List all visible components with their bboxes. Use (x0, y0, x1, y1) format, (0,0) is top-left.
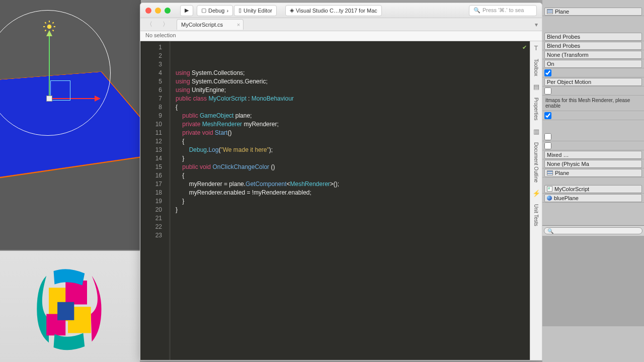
dynamic-occluded-checkbox[interactable] (544, 112, 551, 119)
tests-label[interactable]: Unit Tests (533, 204, 539, 226)
config-selector[interactable]: ▢ Debug › (197, 5, 233, 16)
script-icon (547, 186, 552, 192)
channel-logo (20, 261, 116, 352)
file-tab[interactable]: MyColorScript.cs × (177, 19, 244, 30)
visual-studio-window: ▶ ▢ Debug › ▯ Unity Editor ◈ Visual Stud… (140, 3, 542, 360)
tab-bar: 〈 〉 MyColorScript.cs × ▾ (140, 18, 542, 31)
physic-material-field[interactable]: None (Physic Ma (544, 160, 642, 168)
nav-forward-button[interactable]: 〉 (160, 20, 171, 29)
tab-label: MyColorScript.cs (181, 22, 223, 28)
svg-line-6 (53, 30, 54, 31)
play-icon: ▶ (185, 7, 189, 14)
outline-icon[interactable]: ▥ (533, 128, 539, 135)
script-field[interactable]: MyColorScript (544, 185, 642, 193)
svg-line-5 (45, 22, 46, 23)
material-field[interactable]: bluePlane (544, 194, 642, 202)
lightmap-static-checkbox[interactable] (544, 87, 551, 95)
gizmo-plane-handle[interactable] (50, 80, 70, 101)
anchor-override-field[interactable]: None (Transform (544, 51, 642, 59)
tab-overflow-icon[interactable]: ▾ (535, 21, 538, 28)
inspector-search[interactable] (542, 226, 644, 236)
mesh-icon (547, 170, 553, 175)
global-search[interactable]: 🔍Press '⌘.' to sea (469, 5, 537, 16)
line-number-gutter: 1234567891011121314151617181920212223 (140, 41, 171, 360)
run-button[interactable]: ▶ (180, 5, 193, 16)
unity-inspector: Plane Blend Probes Blend Probes None (Tr… (542, 0, 644, 362)
mesh-field[interactable]: Plane (544, 8, 642, 16)
close-window-button[interactable] (145, 8, 151, 14)
mixed-field[interactable]: Mixed … (544, 151, 642, 159)
light-probes-field[interactable]: Blend Probes (544, 33, 642, 41)
toolbox-label[interactable]: Toolbox (533, 59, 539, 76)
gizmo-y-axis[interactable] (49, 35, 50, 101)
breadcrumb[interactable]: No selection (140, 31, 542, 41)
unity-scene-view (0, 0, 141, 251)
minimize-window-button[interactable] (155, 8, 161, 14)
search-icon: 🔍 (473, 7, 480, 14)
receive-shadows-checkbox[interactable] (544, 69, 551, 76)
properties-icon[interactable]: ▤ (533, 83, 539, 90)
gizmo-center-handle[interactable] (46, 96, 52, 102)
tests-icon[interactable]: ⚡ (532, 190, 540, 197)
collider-mesh-field[interactable]: Plane (544, 169, 642, 177)
motion-vectors-field[interactable]: Per Object Motion (544, 78, 642, 86)
target-selector[interactable]: ▯ Unity Editor (234, 5, 277, 16)
checkbox-a[interactable] (544, 133, 551, 140)
lightmap-note: itmaps for this Mesh Renderer, please en… (542, 96, 644, 111)
zoom-window-button[interactable] (165, 8, 171, 14)
svg-point-0 (47, 25, 52, 29)
mesh-icon (547, 9, 553, 14)
inspector-preview-area (542, 226, 644, 326)
code-editor[interactable]: ✔ using System.Collections;using System.… (171, 41, 530, 360)
status-ok-icon: ✔ (522, 43, 527, 52)
cast-shadows-field[interactable]: On (544, 60, 642, 68)
right-tool-strip: T Toolbox ▤ Properties ▥ Document Outlin… (530, 41, 542, 360)
toolbox-icon[interactable]: T (534, 44, 538, 52)
svg-line-8 (53, 22, 54, 23)
nav-back-button[interactable]: 〈 (144, 20, 154, 29)
reflection-probes-field[interactable]: Blend Probes (544, 42, 642, 50)
checkbox-b[interactable] (544, 142, 551, 149)
tab-close-icon[interactable]: × (237, 22, 240, 28)
ide-title: ◈ Visual Studio C…ty 2017 for Mac (285, 5, 382, 16)
outline-label[interactable]: Document Outline (533, 142, 539, 183)
material-icon (547, 196, 552, 201)
svg-rect-10 (65, 281, 87, 305)
properties-label[interactable]: Properties (533, 98, 539, 121)
titlebar[interactable]: ▶ ▢ Debug › ▯ Unity Editor ◈ Visual Stud… (140, 3, 542, 18)
svg-rect-13 (57, 302, 74, 320)
